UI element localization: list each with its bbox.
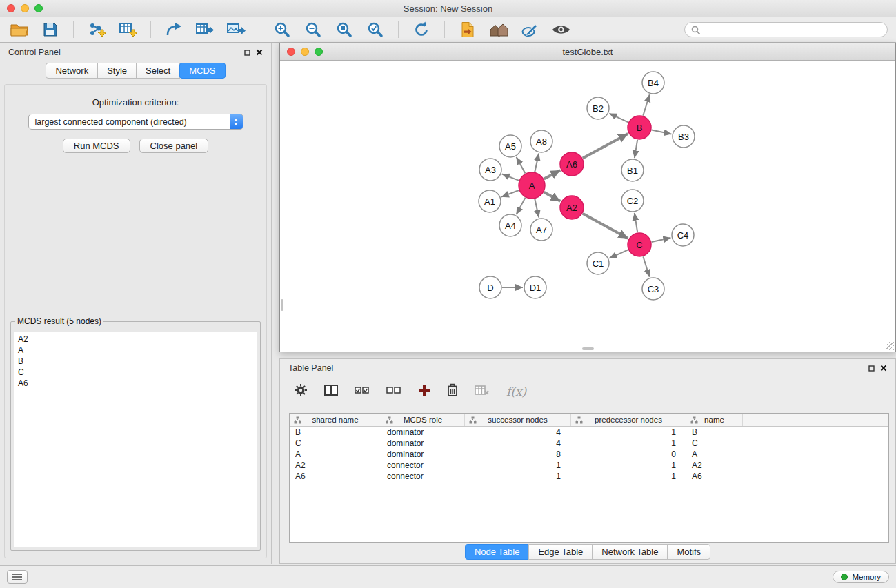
edge-A-A1[interactable] bbox=[501, 190, 519, 197]
graph-node-C1[interactable]: C1 bbox=[587, 252, 609, 274]
zoom-out-button[interactable] bbox=[302, 19, 324, 40]
close-panel-icon[interactable] bbox=[256, 49, 263, 56]
edge-C-C1[interactable] bbox=[609, 250, 628, 258]
close-panel-button[interactable]: Close panel bbox=[139, 139, 209, 153]
show-all-networks-button[interactable] bbox=[488, 19, 510, 40]
export-network-button[interactable] bbox=[163, 19, 185, 40]
network-zoom-button[interactable] bbox=[315, 48, 323, 56]
edge-C-C2[interactable] bbox=[635, 213, 637, 232]
result-item[interactable]: C bbox=[18, 367, 253, 378]
result-item[interactable]: A bbox=[18, 345, 253, 356]
tab-select[interactable]: Select bbox=[136, 63, 180, 79]
zoom-fit-button[interactable] bbox=[333, 19, 355, 40]
table-row[interactable]: A2connector11A2 bbox=[290, 460, 888, 471]
memory-button[interactable]: Memory bbox=[833, 571, 889, 583]
graph-node-B4[interactable]: B4 bbox=[642, 72, 664, 94]
search-box[interactable] bbox=[684, 22, 888, 37]
result-item[interactable]: A6 bbox=[18, 378, 253, 389]
graph-node-B3[interactable]: B3 bbox=[673, 125, 695, 148]
graph-node-C[interactable]: C bbox=[628, 233, 651, 256]
graph-node-A4[interactable]: A4 bbox=[499, 214, 521, 236]
graph-node-D[interactable]: D bbox=[479, 276, 501, 298]
edge-A6-B[interactable] bbox=[583, 134, 628, 158]
tab-network[interactable]: Network bbox=[46, 63, 98, 79]
add-column-button[interactable] bbox=[418, 384, 430, 399]
show-hide-panels-button[interactable] bbox=[550, 19, 572, 40]
task-history-button[interactable] bbox=[7, 570, 28, 584]
tab-motifs[interactable]: Motifs bbox=[667, 544, 710, 560]
network-minimize-button[interactable] bbox=[301, 48, 309, 56]
column-header-successor-nodes[interactable]: successor nodes bbox=[465, 414, 571, 426]
export-table-button[interactable] bbox=[194, 19, 216, 40]
tab-style[interactable]: Style bbox=[97, 63, 137, 79]
close-window-button[interactable] bbox=[7, 4, 15, 12]
import-table-button[interactable] bbox=[117, 19, 139, 40]
column-header-shared-name[interactable]: shared name bbox=[290, 414, 381, 426]
graph-node-A1[interactable]: A1 bbox=[479, 190, 501, 212]
open-session-button[interactable] bbox=[8, 19, 30, 40]
resize-grip[interactable] bbox=[886, 342, 895, 350]
table-row[interactable]: Adominator80A bbox=[290, 449, 888, 460]
table-row[interactable]: Cdominator41C bbox=[290, 438, 888, 449]
result-item[interactable]: A2 bbox=[18, 334, 253, 345]
graph-node-A3[interactable]: A3 bbox=[479, 159, 501, 181]
edge-B-B3[interactable] bbox=[652, 130, 672, 134]
horizontal-scroll-handle[interactable] bbox=[582, 347, 594, 350]
graph-node-A5[interactable]: A5 bbox=[499, 135, 521, 157]
edge-C-C3[interactable] bbox=[643, 256, 649, 277]
vertical-scroll-handle[interactable] bbox=[281, 299, 283, 311]
delete-table-button[interactable] bbox=[475, 384, 490, 399]
graph-node-A2[interactable]: A2 bbox=[560, 196, 584, 219]
network-graph[interactable]: B4B2BB3A5A8A6B1A3AC2A1A2A4A7C4CC1C3DD1 bbox=[280, 61, 895, 351]
refresh-button[interactable] bbox=[410, 19, 432, 40]
graph-node-A[interactable]: A bbox=[519, 172, 545, 199]
edge-B-B1[interactable] bbox=[635, 140, 637, 158]
graph-node-C4[interactable]: C4 bbox=[672, 224, 694, 246]
result-item[interactable]: B bbox=[18, 356, 253, 367]
import-network-button[interactable] bbox=[86, 19, 108, 40]
graph-node-C2[interactable]: C2 bbox=[621, 190, 644, 212]
graph-node-B[interactable]: B bbox=[628, 116, 651, 139]
fullscreen-window-button[interactable] bbox=[34, 4, 43, 12]
zoom-in-button[interactable] bbox=[271, 19, 293, 40]
edge-A2-C[interactable] bbox=[583, 214, 628, 239]
edge-A-A2[interactable] bbox=[544, 192, 561, 201]
minimize-window-button[interactable] bbox=[21, 4, 29, 12]
search-input[interactable] bbox=[704, 25, 881, 34]
edge-B-B4[interactable] bbox=[643, 94, 649, 116]
edge-A-A7[interactable] bbox=[535, 199, 539, 218]
edge-A-A8[interactable] bbox=[535, 154, 539, 172]
column-header-predecessor-nodes[interactable]: predecessor nodes bbox=[571, 414, 686, 426]
float-table-panel-icon[interactable] bbox=[868, 365, 875, 372]
edge-A-A4[interactable] bbox=[516, 198, 525, 214]
graph-node-B1[interactable]: B1 bbox=[621, 159, 644, 181]
table-settings-button[interactable] bbox=[294, 383, 308, 400]
export-image-button[interactable] bbox=[225, 19, 247, 40]
tab-node-table[interactable]: Node Table bbox=[465, 544, 530, 560]
mcds-result-list[interactable]: A2ABCA6 bbox=[14, 332, 257, 547]
graph-node-B2[interactable]: B2 bbox=[587, 97, 609, 119]
toggle-column-button[interactable] bbox=[324, 384, 338, 399]
graph-node-D1[interactable]: D1 bbox=[524, 276, 546, 298]
column-header-name[interactable]: name bbox=[686, 414, 743, 426]
table-row[interactable]: A6connector11A6 bbox=[290, 471, 888, 482]
network-close-button[interactable] bbox=[287, 48, 295, 56]
float-panel-icon[interactable] bbox=[244, 50, 250, 56]
first-neighbors-button[interactable] bbox=[457, 19, 479, 40]
tab-edge-table[interactable]: Edge Table bbox=[528, 544, 593, 560]
criterion-dropdown[interactable]: largest connected component (directed) bbox=[28, 114, 243, 130]
edge-B-B2[interactable] bbox=[609, 114, 628, 123]
tab-network-table[interactable]: Network Table bbox=[592, 544, 668, 560]
close-table-panel-icon[interactable] bbox=[880, 365, 887, 372]
edge-A-A6[interactable] bbox=[544, 170, 561, 179]
table-row[interactable]: Bdominator41B bbox=[290, 427, 888, 438]
graph-node-A7[interactable]: A7 bbox=[530, 219, 552, 241]
save-session-button[interactable] bbox=[39, 19, 61, 40]
run-mcds-button[interactable]: Run MCDS bbox=[63, 139, 130, 153]
delete-column-button[interactable] bbox=[447, 383, 458, 400]
graph-node-A6[interactable]: A6 bbox=[560, 152, 584, 176]
column-header-MCDS-role[interactable]: MCDS role bbox=[381, 414, 465, 426]
select-all-button[interactable] bbox=[355, 385, 370, 398]
graph-node-A8[interactable]: A8 bbox=[530, 130, 552, 152]
edge-A-A3[interactable] bbox=[502, 174, 519, 180]
